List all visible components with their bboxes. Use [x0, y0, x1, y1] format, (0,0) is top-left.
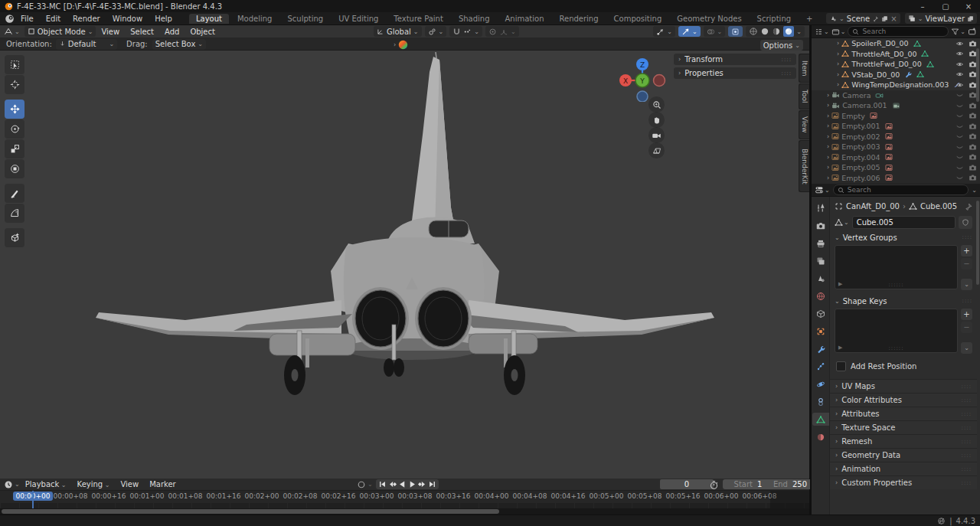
- outliner-display-mode[interactable]: ⌄: [815, 28, 829, 36]
- workspace-tab-animation[interactable]: Animation: [498, 14, 551, 24]
- options-button[interactable]: Options ⌄: [760, 40, 803, 51]
- vertex-group-specials-button[interactable]: ⌄: [961, 279, 972, 290]
- panel-header-uv-maps[interactable]: ›UV Maps::::: [830, 379, 977, 393]
- playhead[interactable]: [32, 491, 34, 508]
- properties-tab-particles[interactable]: [812, 360, 829, 373]
- outliner-item[interactable]: ›Camera.001: [812, 100, 980, 111]
- main-menu-help[interactable]: Help: [149, 15, 178, 23]
- transport-jump-start[interactable]: [377, 479, 387, 489]
- timeline-menu-keying[interactable]: Keying ⌄: [72, 480, 116, 488]
- eye-closed-icon[interactable]: [956, 174, 964, 181]
- scene-selector[interactable]: ⌄ Scene ×: [826, 13, 900, 24]
- close-button[interactable]: ×: [957, 0, 980, 12]
- drag-select[interactable]: Select Box ⌄: [152, 39, 206, 50]
- vertex-group-remove-button[interactable]: −: [961, 258, 972, 270]
- navigation-gizmo[interactable]: Z X Y: [616, 54, 670, 102]
- properties-scrollbar[interactable]: [976, 201, 979, 285]
- npanel-properties[interactable]: › Properties ::::: [674, 67, 796, 79]
- render-visibility-icon[interactable]: [969, 153, 977, 161]
- render-visibility-icon[interactable]: [969, 164, 977, 172]
- properties-tab-object-data[interactable]: [812, 413, 829, 426]
- disclosure-triangle-icon[interactable]: ›: [837, 40, 839, 47]
- vertex-group-add-button[interactable]: +: [961, 245, 972, 256]
- tool-rotate[interactable]: [5, 119, 24, 139]
- disclosure-triangle-icon[interactable]: ›: [827, 123, 829, 129]
- transport-play-reverse[interactable]: [397, 479, 407, 489]
- outliner-item[interactable]: ›Empty.005: [812, 162, 980, 173]
- shading-solid[interactable]: [760, 27, 769, 36]
- breadcrumb-data[interactable]: Cube.005: [920, 202, 957, 211]
- properties-tab-material[interactable]: [812, 430, 829, 443]
- render-visibility-icon[interactable]: [969, 40, 977, 47]
- eye-closed-icon[interactable]: [956, 123, 964, 130]
- transport-next-keyframe[interactable]: [417, 479, 427, 489]
- orientation-select[interactable]: Default ⌄: [56, 39, 117, 50]
- disclosure-triangle-icon[interactable]: ›: [837, 60, 839, 67]
- properties-options-chevron[interactable]: ⌄: [972, 187, 977, 194]
- shading-material[interactable]: [772, 27, 781, 36]
- tool-scale[interactable]: [5, 139, 24, 158]
- workspace-tab-compositing[interactable]: Compositing: [607, 14, 669, 24]
- panel-header-remesh[interactable]: ›Remesh::::: [830, 434, 977, 448]
- datablock-name-input[interactable]: Cube.005: [852, 216, 956, 229]
- properties-tab-tool[interactable]: [812, 201, 829, 214]
- mode-selector[interactable]: Object Mode ⌄: [24, 26, 96, 37]
- new-collection-button[interactable]: [968, 27, 977, 36]
- pin-icon[interactable]: [965, 203, 972, 211]
- workspace-tab-sculpting[interactable]: Sculpting: [280, 14, 330, 24]
- timeline-scrollbar[interactable]: [0, 508, 809, 515]
- workspace-tab-scripting[interactable]: Scripting: [750, 14, 798, 24]
- camera-view-button[interactable]: [648, 127, 665, 143]
- overlays-dropdown[interactable]: ⌄: [704, 26, 726, 37]
- tool-transform[interactable]: [5, 159, 24, 178]
- auto-keying-toggle[interactable]: ⌄: [357, 480, 373, 489]
- properties-tab-render[interactable]: [812, 219, 829, 232]
- use-preview-range-button[interactable]: [709, 480, 719, 490]
- vertex-groups-panel-header[interactable]: ⌄ Vertex Groups ::::: [830, 231, 977, 243]
- orthographic-toggle-button[interactable]: [648, 142, 665, 158]
- outliner-item[interactable]: ›Empty.002: [812, 132, 980, 142]
- shape-keys-list[interactable]: ▶ ::::::: [835, 309, 958, 353]
- outliner-item[interactable]: ›VStab_D0_00: [812, 70, 980, 80]
- panel-header-texture-space[interactable]: ›Texture Space::::: [830, 420, 977, 434]
- workspace-tab-geometry-nodes[interactable]: Geometry Nodes: [670, 14, 748, 24]
- shading-rendered[interactable]: [783, 26, 794, 37]
- sidebar-tab-view[interactable]: View: [799, 110, 809, 139]
- panel-header-animation[interactable]: ›Animation::::: [830, 462, 977, 475]
- panel-header-custom-properties[interactable]: ›Custom Properties::::: [830, 475, 977, 489]
- eye-closed-icon[interactable]: [956, 102, 964, 109]
- eye-closed-icon[interactable]: [956, 143, 964, 151]
- transform-orientation[interactable]: Global ⌄: [374, 26, 422, 37]
- eye-open-icon[interactable]: [956, 40, 964, 47]
- workspace-tab-modeling[interactable]: Modeling: [230, 14, 279, 24]
- transport-jump-end[interactable]: [427, 479, 437, 489]
- fake-user-button[interactable]: [959, 216, 972, 229]
- viewport-menu-view[interactable]: View: [96, 28, 125, 36]
- outliner-item[interactable]: ›Empty.001: [812, 121, 980, 132]
- disclosure-triangle-icon[interactable]: ›: [827, 154, 829, 161]
- timeline-editor-type-button[interactable]: ⌄: [4, 480, 20, 489]
- viewport-3d[interactable]: › Transform :::: › Properties :::: ItemT…: [0, 51, 809, 479]
- proportional-editing[interactable]: ⌄: [485, 26, 519, 37]
- properties-search-input[interactable]: Search: [833, 185, 969, 195]
- sidebar-tab-blenderkit[interactable]: BlenderKit: [799, 140, 809, 192]
- render-visibility-icon[interactable]: [969, 102, 977, 109]
- panel-header-color-attributes[interactable]: ›Color Attributes::::: [830, 393, 977, 407]
- shape-key-specials-button[interactable]: ⌄: [961, 342, 972, 354]
- disclosure-triangle-icon[interactable]: ›: [827, 143, 829, 150]
- properties-tab-output[interactable]: [812, 237, 829, 250]
- properties-editor-type-button[interactable]: ⌄: [815, 185, 830, 194]
- workspace-tab-layout[interactable]: Layout: [189, 14, 229, 24]
- current-frame-field[interactable]: 0: [660, 479, 714, 489]
- disclosure-triangle-icon[interactable]: ›: [827, 164, 829, 171]
- vertex-groups-list[interactable]: ▶ ::::::: [835, 245, 958, 289]
- eye-closed-icon[interactable]: [956, 112, 964, 119]
- main-menu-window[interactable]: Window: [106, 15, 149, 23]
- timeline-menu-marker[interactable]: Marker: [144, 480, 181, 488]
- show-gizmo-toggle[interactable]: ⌄: [653, 26, 675, 37]
- properties-tab-physics[interactable]: [812, 377, 829, 390]
- add-rest-position-checkbox[interactable]: [836, 361, 846, 371]
- render-visibility-icon[interactable]: [969, 123, 977, 130]
- workspace-tab-shading[interactable]: Shading: [452, 14, 497, 24]
- eye-open-icon[interactable]: [956, 50, 964, 57]
